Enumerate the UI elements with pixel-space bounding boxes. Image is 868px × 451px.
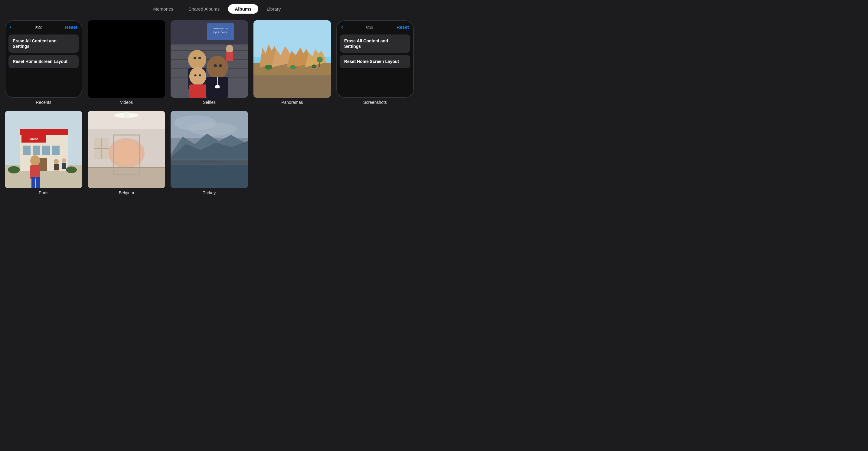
svg-text:l'arche: l'arche <box>29 137 38 141</box>
reset-home-item-right: Reset Home Screen Layout <box>340 55 410 68</box>
svg-point-11 <box>188 50 206 69</box>
tab-memories[interactable]: Memories <box>147 4 180 13</box>
back-icon-right: ‹ <box>341 24 343 30</box>
svg-point-75 <box>189 122 237 136</box>
svg-point-9 <box>226 45 233 53</box>
svg-rect-10 <box>226 52 233 61</box>
album-thumb-turkey <box>170 111 248 188</box>
album-label-panoramas: Panoramas <box>281 100 303 105</box>
album-label-selfies: Selfies <box>203 100 216 105</box>
album-tile-videos[interactable]: Videos <box>88 20 165 105</box>
svg-rect-47 <box>52 146 60 155</box>
svg-point-17 <box>193 57 196 59</box>
svg-point-65 <box>114 143 138 164</box>
svg-rect-52 <box>36 177 40 188</box>
svg-rect-26 <box>253 20 331 57</box>
svg-point-22 <box>199 75 201 77</box>
tab-shared-albums[interactable]: Shared Albums <box>182 4 226 13</box>
watch-body-right: Erase All Content and Settings Reset Hom… <box>337 31 413 97</box>
svg-point-53 <box>8 166 20 173</box>
svg-rect-56 <box>54 164 59 170</box>
album-tile-belgium[interactable]: Belgium <box>88 111 165 195</box>
videos-bg <box>88 20 165 98</box>
album-row-2: l'arche <box>5 111 429 195</box>
album-thumb-selfies: Güvenliginiz İçin tüyü ile Geçiniz <box>170 20 248 98</box>
svg-point-34 <box>290 65 296 69</box>
nav-bar: Memories Shared Albums Albums Library <box>0 0 434 17</box>
album-row-1: ‹ 8:22 Reset Erase All Content and Setti… <box>5 20 429 105</box>
watch-time-left: 8:22 <box>35 25 42 29</box>
svg-rect-78 <box>170 162 248 188</box>
erase-item-right: Erase All Content and Settings <box>340 34 410 53</box>
album-tile-panoramas[interactable]: Panoramas <box>253 20 331 105</box>
watch-time-right: 8:22 <box>366 25 373 29</box>
album-thumb-belgium <box>88 111 165 188</box>
svg-point-19 <box>214 64 217 67</box>
svg-text:Güvenliginiz İçin: Güvenliginiz İçin <box>213 27 228 30</box>
album-thumb-videos <box>88 20 165 98</box>
svg-rect-24 <box>215 85 220 88</box>
reset-home-item-left: Reset Home Screen Layout <box>8 55 79 68</box>
svg-point-33 <box>265 65 272 69</box>
album-tile-recents[interactable]: ‹ 8:22 Reset Erase All Content and Setti… <box>5 20 82 105</box>
svg-rect-58 <box>62 163 66 169</box>
album-tile-selfies[interactable]: Güvenliginiz İçin tüyü ile Geçiniz <box>170 20 248 105</box>
watch-header-right: ‹ 8:22 Reset <box>337 21 413 31</box>
album-label-belgium: Belgium <box>119 190 134 195</box>
album-label-videos: Videos <box>120 100 133 105</box>
watch-body-left: Erase All Content and Settings Reset Hom… <box>5 31 82 97</box>
svg-rect-67 <box>88 167 165 168</box>
svg-point-20 <box>219 64 222 67</box>
svg-point-55 <box>54 159 59 164</box>
svg-rect-61 <box>124 112 129 118</box>
svg-point-35 <box>311 64 316 68</box>
reset-label-right: Reset <box>397 25 409 30</box>
svg-point-54 <box>66 167 77 173</box>
svg-point-13 <box>207 56 228 79</box>
album-tile-turkey[interactable]: Turkey <box>170 111 248 195</box>
svg-point-18 <box>198 57 201 59</box>
album-thumb-recents: ‹ 8:22 Reset Erase All Content and Setti… <box>5 20 82 98</box>
album-label-turkey: Turkey <box>203 190 216 195</box>
tab-library[interactable]: Library <box>260 4 288 13</box>
album-label-screenshots: Screenshots <box>363 100 387 105</box>
svg-point-57 <box>62 158 66 163</box>
album-thumb-screenshots: ‹ 8:22 Reset Erase All Content and Setti… <box>336 20 414 98</box>
album-tile-screenshots[interactable]: ‹ 8:22 Reset Erase All Content and Setti… <box>336 20 414 105</box>
album-thumb-paris: l'arche <box>5 111 82 188</box>
erase-item-left: Erase All Content and Settings <box>8 34 79 53</box>
back-icon-left: ‹ <box>10 24 11 30</box>
tab-albums[interactable]: Albums <box>228 4 258 13</box>
svg-point-49 <box>30 155 40 166</box>
svg-point-15 <box>189 67 206 85</box>
svg-text:tüyü ile Geçiniz: tüyü ile Geçiniz <box>213 31 228 34</box>
svg-rect-82 <box>201 161 219 162</box>
album-thumb-panoramas <box>253 20 331 98</box>
album-label-paris: Paris <box>39 190 49 195</box>
reset-label-left: Reset <box>65 25 78 30</box>
album-tile-paris[interactable]: l'arche <box>5 111 82 195</box>
svg-rect-46 <box>42 146 50 155</box>
svg-rect-63 <box>88 167 165 188</box>
watch-header-left: ‹ 8:22 Reset <box>5 21 82 31</box>
albums-content: ‹ 8:22 Reset Erase All Content and Setti… <box>0 17 434 198</box>
svg-rect-51 <box>31 177 35 188</box>
album-label-recents: Recents <box>36 100 51 105</box>
svg-point-37 <box>317 57 323 63</box>
svg-rect-45 <box>33 146 40 155</box>
svg-point-21 <box>194 75 196 77</box>
svg-rect-44 <box>23 146 31 155</box>
svg-rect-16 <box>189 84 206 98</box>
svg-rect-41 <box>20 129 68 135</box>
